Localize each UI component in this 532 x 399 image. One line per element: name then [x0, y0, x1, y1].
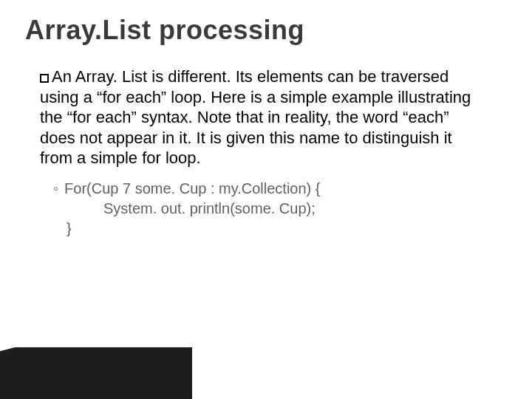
bullet-lead: An — [52, 67, 72, 86]
body-text: An Array. List is different. Its element… — [40, 66, 483, 239]
code-line-2: System. out. println(some. Cup); — [103, 199, 483, 219]
slide: Array.List processing An Array. List is … — [0, 0, 532, 399]
bullet-rest: Array. List is different. Its elements c… — [40, 67, 471, 167]
code-line-3: } — [66, 219, 483, 239]
code-block: ◦ For(Cup 7 some. Cup : my.Collection) {… — [53, 179, 483, 239]
code-line-1: For(Cup 7 some. Cup : my.Collection) { — [64, 179, 320, 199]
decorative-wedge — [0, 347, 192, 399]
square-bullet-icon — [40, 74, 49, 83]
sub-bullet-icon: ◦ — [53, 179, 58, 199]
slide-title: Array.List processing — [25, 15, 304, 46]
